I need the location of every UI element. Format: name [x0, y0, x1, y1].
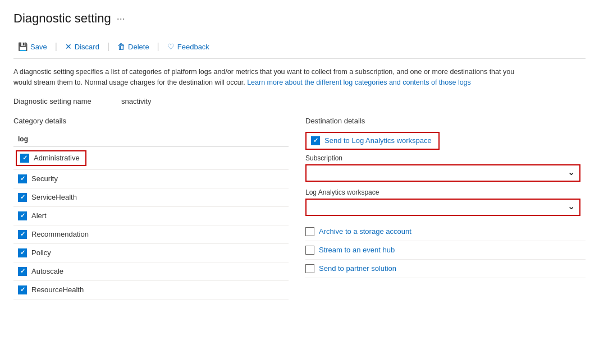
page-title: Diagnostic setting ··· [13, 11, 586, 26]
discard-icon: ✕ [65, 42, 72, 51]
delete-icon: 🗑 [117, 42, 125, 51]
log-analytics-option-wrapper: Send to Log Analytics workspace [305, 132, 440, 150]
log-analytics-label: Send to Log Analytics workspace [324, 136, 432, 145]
subscription-field-group: Subscription ⌄ [305, 154, 586, 182]
col-log-header: log [13, 132, 289, 147]
partner-solution-option: Send to partner solution [305, 260, 586, 278]
event-hub-label: Stream to an event hub [319, 246, 395, 254]
table-row: Policy [13, 243, 289, 262]
checkbox-resourcehealth[interactable] [18, 285, 27, 294]
checkbox-servicehealth[interactable] [18, 193, 27, 202]
storage-account-label: Archive to a storage account [319, 227, 411, 236]
discard-button[interactable]: ✕ Discard [61, 39, 104, 54]
event-hub-option: Stream to an event hub [305, 241, 586, 260]
right-panel: Destination details Send to Log Analytic… [305, 117, 586, 300]
checkbox-event-hub[interactable] [305, 246, 314, 255]
table-row: ResourceHealth [13, 280, 289, 299]
category-label-recommendation: Recommendation [31, 230, 89, 238]
checkbox-log-analytics[interactable] [311, 136, 320, 145]
category-table: log Administrative [13, 132, 289, 300]
category-label-alert: Alert [31, 211, 47, 220]
category-label-policy: Policy [31, 248, 51, 257]
workspace-dropdown[interactable] [305, 199, 580, 216]
save-icon: 💾 [18, 42, 28, 51]
page-title-dots: ··· [117, 13, 125, 25]
category-details-header: Category details [13, 117, 289, 125]
description: A diagnostic setting specifies a list of… [13, 67, 519, 88]
setting-name-label: Diagnostic setting name [13, 97, 115, 105]
checkbox-policy[interactable] [18, 248, 27, 257]
feedback-icon: ♡ [167, 42, 175, 51]
checkbox-alert[interactable] [18, 211, 27, 220]
subscription-label: Subscription [305, 154, 586, 162]
category-label-autoscale: Autoscale [31, 267, 63, 275]
category-label-servicehealth: ServiceHealth [31, 193, 77, 201]
delete-button[interactable]: 🗑 Delete [113, 39, 154, 54]
workspace-field-group: Log Analytics workspace ⌄ [305, 188, 586, 216]
category-label-administrative: Administrative [34, 154, 80, 162]
checkbox-security[interactable] [18, 174, 27, 183]
left-panel: Category details log Administrative [13, 117, 305, 300]
setting-name-value: snactivity [121, 97, 151, 105]
category-label-security: Security [31, 174, 58, 183]
checkbox-partner-solution[interactable] [305, 264, 314, 273]
partner-solution-label: Send to partner solution [319, 264, 396, 273]
subscription-dropdown[interactable] [305, 164, 580, 182]
table-row: Security [13, 169, 289, 188]
checkbox-storage-account[interactable] [305, 227, 314, 236]
checkbox-administrative[interactable] [20, 154, 29, 163]
feedback-button[interactable]: ♡ Feedback [163, 39, 214, 54]
storage-account-option: Archive to a storage account [305, 223, 586, 241]
checkbox-autoscale[interactable] [18, 267, 27, 276]
destination-details-header: Destination details [305, 117, 586, 125]
save-button[interactable]: 💾 Save [13, 39, 52, 54]
toolbar: 💾 Save | ✕ Discard | 🗑 Delete | ♡ Feedba… [13, 35, 586, 59]
table-row: Recommendation [13, 225, 289, 243]
workspace-label: Log Analytics workspace [305, 188, 586, 196]
category-label-resourcehealth: ResourceHealth [31, 285, 84, 294]
table-row: Autoscale [13, 262, 289, 280]
table-row: ServiceHealth [13, 188, 289, 206]
table-row: Alert [13, 206, 289, 225]
table-row: Administrative [13, 146, 289, 169]
setting-name-row: Diagnostic setting name snactivity [13, 97, 586, 105]
checkbox-recommendation[interactable] [18, 230, 27, 239]
learn-more-link[interactable]: Learn more about the different log categ… [247, 79, 471, 86]
